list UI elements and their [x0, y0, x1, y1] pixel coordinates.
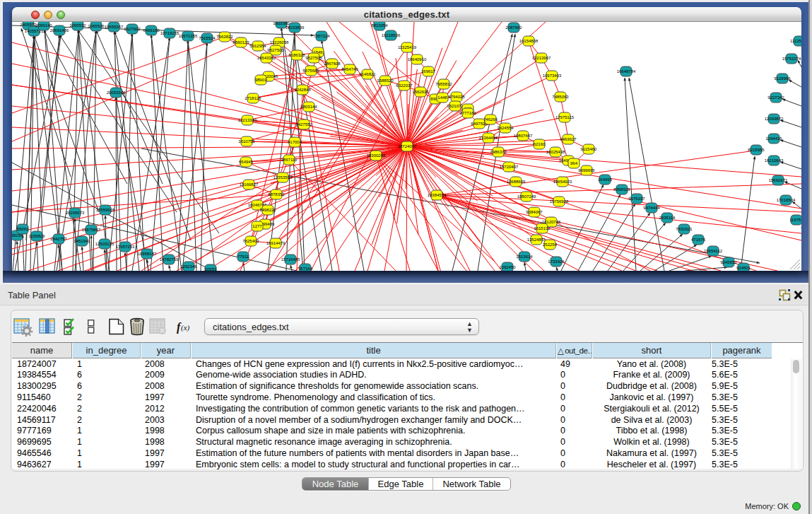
svg-text:15716485: 15716485	[281, 257, 300, 262]
svg-text:1448: 1448	[437, 95, 447, 100]
svg-text:957164: 957164	[298, 267, 313, 271]
svg-text:746266: 746266	[483, 117, 498, 122]
svg-text:8660123: 8660123	[233, 40, 249, 45]
svg-text:7625402: 7625402	[242, 239, 259, 243]
svg-text:10025438: 10025438	[546, 150, 565, 154]
svg-text:10654112: 10654112	[704, 249, 723, 253]
svg-text:9115460: 9115460	[581, 147, 598, 151]
svg-text:9242848: 9242848	[294, 88, 311, 92]
svg-text:15720407: 15720407	[500, 165, 519, 169]
svg-text:16914479: 16914479	[266, 241, 286, 245]
svg-text:18640910: 18640910	[408, 57, 427, 62]
svg-text:12213389: 12213389	[238, 118, 257, 122]
svg-text:3498222: 3498222	[259, 208, 276, 212]
svg-text:19218506: 19218506	[382, 33, 401, 37]
svg-text:6466160: 6466160	[143, 28, 160, 33]
svg-text:1562615: 1562615	[412, 90, 429, 94]
svg-text:13226058: 13226058	[270, 40, 289, 45]
svg-text:7663822: 7663822	[216, 35, 233, 39]
svg-text:8454749: 8454749	[341, 67, 358, 71]
svg-text:654945: 654945	[239, 160, 254, 164]
svg-text:17975115: 17975115	[555, 115, 575, 119]
svg-text:19384554: 19384554	[428, 193, 447, 197]
svg-text:9527500: 9527500	[267, 48, 284, 52]
svg-text:1621072: 1621072	[447, 104, 464, 108]
svg-text:5912954: 5912954	[249, 44, 266, 48]
svg-text:13524851: 13524851	[527, 238, 546, 242]
svg-text:3867110: 3867110	[281, 158, 298, 162]
svg-text:1610755: 1610755	[238, 139, 255, 144]
svg-text:77911: 77911	[237, 255, 249, 259]
svg-text:10973403: 10973403	[543, 74, 562, 78]
svg-text:8813054: 8813054	[371, 23, 388, 28]
svg-text:12093872: 12093872	[765, 117, 784, 121]
svg-text:8186328: 8186328	[288, 53, 305, 57]
svg-text:1451941: 1451941	[73, 239, 90, 243]
svg-text:417004: 417004	[288, 140, 302, 144]
svg-text:169617: 169617	[421, 69, 436, 74]
svg-text:116753: 116753	[789, 218, 801, 222]
svg-text:5675685: 5675685	[302, 69, 319, 73]
svg-text:10655267: 10655267	[105, 25, 124, 29]
svg-text:2087682: 2087682	[505, 25, 522, 30]
svg-text:7632621: 7632621	[676, 227, 693, 231]
svg-text:17957253: 17957253	[116, 245, 135, 249]
svg-text:7515524: 7515524	[199, 36, 216, 40]
svg-text:1092450: 1092450	[499, 265, 516, 269]
svg-text:8427552: 8427552	[295, 122, 312, 127]
svg-text:20053346: 20053346	[107, 90, 126, 95]
svg-text:964: 964	[570, 161, 578, 165]
svg-text:18300295: 18300295	[367, 153, 386, 158]
svg-text:9129966: 9129966	[774, 76, 791, 81]
svg-text:12213967: 12213967	[532, 56, 551, 60]
svg-text:2935114: 2935114	[659, 216, 676, 220]
svg-text:16033809: 16033809	[286, 25, 305, 30]
svg-text:2069140: 2069140	[35, 23, 52, 28]
svg-text:9699695: 9699695	[578, 168, 595, 173]
svg-text:10807467: 10807467	[514, 134, 533, 138]
svg-text:8215955: 8215955	[748, 148, 765, 152]
svg-text:1527602: 1527602	[124, 27, 141, 31]
svg-text:16210643: 16210643	[765, 158, 784, 163]
svg-text:252254: 252254	[543, 243, 558, 247]
svg-text:9227342: 9227342	[767, 95, 784, 100]
svg-text:9474444: 9474444	[643, 206, 660, 210]
svg-text:1733426: 1733426	[548, 259, 565, 264]
svg-text:15751074: 15751074	[782, 57, 801, 61]
svg-text:1244415: 1244415	[765, 136, 782, 141]
svg-text:19166827: 19166827	[240, 182, 259, 187]
svg-text:10688609: 10688609	[507, 180, 526, 184]
svg-text:1065526: 1065526	[88, 24, 105, 28]
svg-text:55061: 55061	[17, 227, 29, 231]
svg-text:19756928: 19756928	[550, 199, 569, 204]
svg-text:1156829: 1156829	[29, 234, 46, 238]
svg-text:9245652: 9245652	[720, 260, 737, 264]
svg-text:19654923: 19654923	[553, 180, 572, 184]
svg-text:2803144: 2803144	[300, 105, 317, 109]
svg-text:21364456: 21364456	[479, 136, 498, 140]
svg-text:10671355: 10671355	[179, 34, 198, 38]
svg-text:10719155: 10719155	[160, 31, 180, 35]
svg-text:1292346: 1292346	[180, 264, 197, 269]
svg-text:7955812: 7955812	[435, 82, 452, 86]
svg-text:10958187: 10958187	[138, 252, 157, 256]
svg-text:20691406: 20691406	[50, 28, 69, 33]
svg-text:164095: 164095	[598, 177, 613, 182]
svg-text:9777169: 9777169	[459, 111, 476, 115]
svg-text:19975867: 19975867	[82, 228, 101, 232]
svg-text:16154808: 16154808	[519, 39, 539, 43]
svg-text:18807249: 18807249	[517, 194, 536, 199]
svg-text:1513614: 1513614	[516, 255, 533, 259]
svg-text:924501: 924501	[736, 266, 751, 270]
svg-text:1615132: 1615132	[534, 226, 551, 230]
svg-text:9084067: 9084067	[526, 210, 543, 214]
svg-text:9146821: 9146821	[359, 72, 376, 76]
svg-text:7485063: 7485063	[552, 95, 569, 99]
svg-text:6679197: 6679197	[628, 197, 645, 201]
svg-text:9527505: 9527505	[305, 56, 322, 60]
svg-text:471676: 471676	[691, 238, 706, 242]
svg-text:7357224: 7357224	[313, 34, 330, 38]
svg-text:3624554: 3624554	[497, 126, 514, 130]
svg-text:7986372: 7986372	[490, 150, 507, 154]
svg-text:11125419: 11125419	[790, 39, 801, 43]
